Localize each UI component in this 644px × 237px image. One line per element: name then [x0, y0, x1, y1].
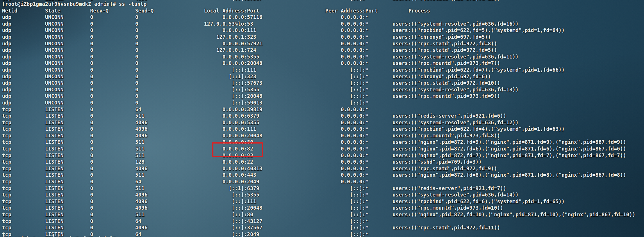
process-cell — [391, 106, 644, 113]
sendq-cell: 0 — [135, 93, 179, 100]
peer-address-cell: [::] — [273, 205, 362, 211]
process-cell: users:(("rpc.mountd",pid=973,fd=10)) — [391, 205, 644, 211]
header-netid: Netid — [2, 8, 45, 14]
process-cell: users:(("rpcbind",pid=622,fd=4),("system… — [391, 126, 644, 132]
state-cell: LISTEN — [45, 211, 90, 218]
table-row: tcpLISTEN040960.0.0.0:1110.0.0.0:*users:… — [0, 126, 644, 132]
local-port-cell: :5355 — [244, 192, 273, 198]
local-address-cell: 0.0.0.0 — [179, 178, 244, 185]
local-address-cell: 0.0.0.0 — [179, 40, 244, 47]
peer-port-cell: :* — [362, 152, 391, 159]
local-port-cell: :22 — [244, 159, 273, 165]
process-cell — [391, 100, 644, 106]
peer-address-cell: 0.0.0.0 — [273, 159, 362, 165]
peer-address-cell: 0.0.0.0 — [273, 139, 362, 146]
table-row: tcpLISTEN04096[::]:5355[::]:*users:(("sy… — [0, 192, 644, 198]
netid-cell: udp — [2, 47, 45, 54]
shell-prompt: [root@iZbp1gma2uf9hvsnbu9mdkZ admin]# — [2, 236, 116, 237]
netid-cell: udp — [2, 93, 45, 100]
local-address-cell: [::] — [179, 224, 244, 231]
peer-address-cell: 0.0.0.0 — [273, 106, 362, 113]
state-cell: LISTEN — [45, 119, 90, 126]
sendq-cell: 64 — [135, 218, 179, 225]
sendq-cell: 0 — [135, 80, 179, 86]
recvq-cell: 0 — [90, 113, 135, 119]
table-row: tcpLISTEN0640.0.0.0:20490.0.0.0:* — [0, 178, 644, 185]
process-cell: users:(("nginx",pid=872,fd=6),("nginx",p… — [391, 146, 644, 152]
state-cell: LISTEN — [45, 146, 90, 152]
process-cell: users:(("systemd-resolve",pid=636,fd=16)… — [391, 21, 644, 27]
sendq-cell: 4096 — [135, 224, 179, 231]
table-row: tcpLISTEN0511[::]:80[::]:*users:(("nginx… — [0, 211, 644, 218]
table-row: tcpLISTEN05110.0.0.0:830.0.0.0:*users:((… — [0, 152, 644, 159]
local-port-cell: :57116 — [244, 14, 273, 21]
recvq-cell: 0 — [90, 165, 135, 172]
local-port-cell: :57673 — [244, 80, 273, 86]
local-address-cell: [::] — [179, 86, 244, 93]
peer-address-cell: 0.0.0.0 — [273, 178, 362, 185]
local-port-cell: :323 — [244, 34, 273, 40]
state-cell: UNCONN — [45, 86, 90, 93]
netid-cell: tcp — [2, 165, 45, 172]
peer-address-cell: 0.0.0.0 — [273, 119, 362, 126]
sendq-cell: 511 — [135, 139, 179, 146]
shell-prompt: [root@iZbp1gma2uf9hvsnbu9mdkZ admin]# — [2, 1, 116, 7]
sendq-cell: 0 — [135, 73, 179, 80]
netid-cell: tcp — [2, 113, 45, 119]
local-port-cell: :20048 — [244, 93, 273, 100]
local-address-cell: 0.0.0.0 — [179, 132, 244, 139]
table-row: udpUNCONN00[::]:57673[::]:*users:(("rpc.… — [0, 80, 644, 86]
state-cell: UNCONN — [45, 54, 90, 60]
netid-cell: udp — [2, 21, 45, 27]
local-address-cell: 0.0.0.0 — [179, 27, 244, 34]
process-cell: users:(("rpc.mountd",pid=973,fd=9)) — [391, 93, 644, 100]
recvq-cell: 0 — [90, 80, 135, 86]
peer-port-cell: :* — [362, 198, 391, 205]
local-port-cell: :53 — [244, 21, 273, 27]
peer-address-cell: 0.0.0.0 — [273, 113, 362, 119]
sendq-cell: 4096 — [135, 192, 179, 198]
netid-cell: tcp — [2, 126, 45, 132]
netid-cell: tcp — [2, 152, 45, 159]
netid-cell: tcp — [2, 185, 45, 192]
local-port-cell: :40313 — [244, 165, 273, 172]
state-cell: UNCONN — [45, 40, 90, 47]
netid-cell: udp — [2, 86, 45, 93]
peer-port-cell: :* — [362, 178, 391, 185]
process-cell — [391, 14, 644, 21]
sendq-cell: 511 — [135, 172, 179, 178]
local-port-cell: :43127 — [244, 218, 273, 225]
netid-cell: udp — [2, 60, 45, 67]
local-port-cell: :323 — [244, 73, 273, 80]
local-address-cell: [::] — [179, 67, 244, 73]
local-address-cell: 0.0.0.0 — [179, 60, 244, 67]
table-row: udpUNCONN00[::]:5355[::]:*users:(("syste… — [0, 86, 644, 93]
process-cell: users:(("chronyd",pid=697,fd=5)) — [391, 34, 644, 40]
peer-address-cell: 0.0.0.0 — [273, 54, 362, 60]
peer-address-cell: 0.0.0.0 — [273, 21, 362, 27]
terminal-screen[interactable]: tcpLISTEN04096[::]:37567[::]:*users:(("r… — [0, 0, 644, 237]
peer-address-cell: 0.0.0.0 — [273, 152, 362, 159]
peer-address-cell: [::] — [273, 185, 362, 192]
peer-port-cell: :* — [362, 205, 391, 211]
sendq-cell: 64 — [135, 106, 179, 113]
peer-address-cell: [::] — [273, 80, 362, 86]
recvq-cell: 0 — [90, 47, 135, 54]
process-cell: users:(("rpc.statd",pid=972,fd=9)) — [391, 165, 644, 172]
recvq-cell: 0 — [90, 126, 135, 132]
process-cell — [391, 218, 644, 225]
header-send-q: Send-Q — [135, 8, 179, 14]
sendq-cell: 0 — [135, 100, 179, 106]
peer-address-cell: 0.0.0.0 — [273, 126, 362, 132]
process-cell: users:(("nginx",pid=872,fd=9),("nginx",p… — [391, 139, 644, 146]
process-cell: users:(("rpcbind",pid=622,fd=5),("system… — [391, 27, 644, 34]
peer-address-cell: 0.0.0.0 — [273, 47, 362, 54]
table-row: udpUNCONN00[::]:111[::]:*users:(("rpcbin… — [0, 67, 644, 73]
recvq-cell: 0 — [90, 14, 135, 21]
sendq-cell: 0 — [135, 14, 179, 21]
recvq-cell: 0 — [90, 172, 135, 178]
process-cell: users:(("chronyd",pid=697,fd=6)) — [391, 73, 644, 80]
sendq-cell: 511 — [135, 152, 179, 159]
peer-address-cell: [::] — [273, 224, 362, 231]
table-row: tcpLISTEN05110.0.0.0:63790.0.0.0:*users:… — [0, 113, 644, 119]
